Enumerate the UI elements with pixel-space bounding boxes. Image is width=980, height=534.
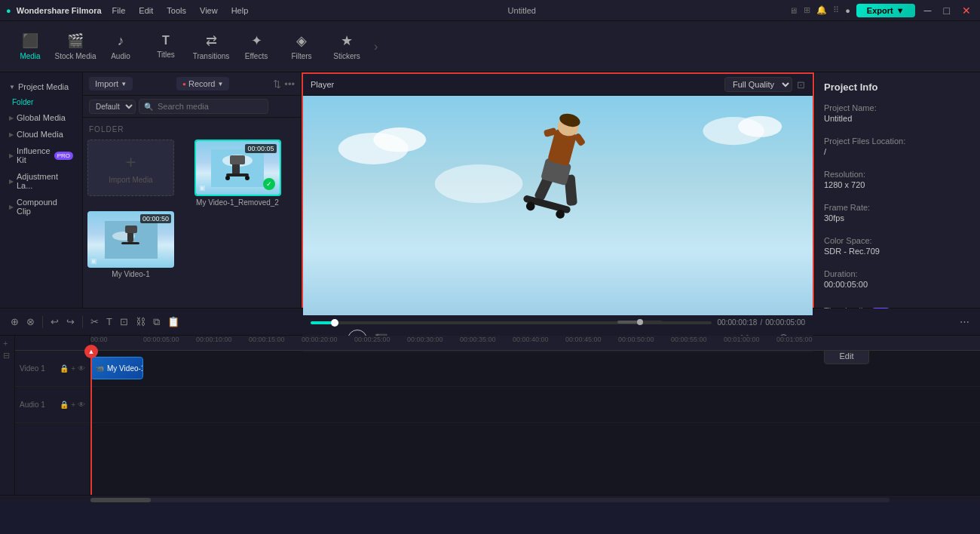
ruler-tick-13: 00:01:05:00 — [776, 336, 813, 343]
sidebar-item-compound-clip[interactable]: ▶ Compound Clip — [3, 195, 79, 219]
icon-bell: 🔔 — [816, 5, 827, 15]
sidebar-label-cloud-media: Cloud Media — [17, 130, 63, 139]
add-audio-track-icon[interactable]: + — [71, 400, 75, 409]
media-thumb-video2[interactable]: 00:00:05 ✓ ▣ — [194, 140, 281, 196]
tool-titles[interactable]: T Titles — [145, 26, 187, 68]
effects-icon: ✦ — [251, 32, 262, 49]
ruler-tick-0: 00:00 — [90, 336, 108, 343]
audio-track-label: Audio 1 🔒 + 👁 — [15, 387, 90, 423]
menu-tools[interactable]: Tools — [161, 5, 192, 17]
quality-select[interactable]: Full Quality — [724, 77, 792, 92]
timeline-area: ⊕ ⊗ ↩ ↪ ✂ T ⊡ ⛓ ⧉ 📋 ● ⊙ ◫ 🎵 ⏱ ⊞ ❄ ⊕ − — [0, 308, 980, 504]
search-icon: 🔍 — [144, 103, 153, 111]
video1-small-icon: ▣ — [90, 257, 97, 265]
svg-rect-4 — [226, 173, 249, 176]
progress-thumb[interactable] — [331, 319, 338, 327]
titlebar: ● Wondershare Filmora File Edit Tools Vi… — [0, 0, 980, 21]
record-button[interactable]: ● Record ▼ — [176, 77, 229, 91]
sidebar-sub-folder[interactable]: Folder — [0, 95, 82, 109]
tool-media[interactable]: ⬛ Media — [9, 26, 51, 68]
clip-icon: 📹 — [96, 364, 104, 372]
tool-audio[interactable]: ♪ Audio — [100, 26, 142, 68]
more-options-icon[interactable]: ••• — [284, 78, 295, 90]
add-track-icon[interactable]: + — [2, 337, 13, 349]
info-row-colorspace: Color Space: SDR - Rec.709 — [824, 236, 971, 256]
sidebar-item-influence-kit[interactable]: ▶ Influence Kit PRO — [3, 143, 79, 167]
titles-icon: T — [162, 34, 170, 48]
video-clip[interactable]: 📹 My Video-1... — [90, 357, 143, 379]
tool-filters[interactable]: ◈ Filters — [280, 26, 323, 68]
media-icon: ⬛ — [22, 32, 38, 49]
timeline-content: + ⊟ 00:00 00:00:05:00 00:00:10:00 00:00:… — [0, 336, 980, 495]
filters-label: Filters — [291, 52, 311, 60]
ruler-tick-7: 00:00:35:00 — [460, 336, 496, 343]
timeline-magnet-icon[interactable]: ⊗ — [23, 314, 38, 330]
ruler-tick-1: 00:00:05:00 — [143, 336, 179, 343]
crop-button[interactable]: ⊡ — [117, 314, 131, 330]
sidebar-chevron-adjustment: ▶ — [9, 178, 14, 185]
eye-icon-audio[interactable]: 👁 — [78, 400, 85, 409]
expand-icon[interactable]: ⊡ — [797, 79, 805, 91]
settings-timeline-icon[interactable]: ⋯ — [957, 314, 972, 330]
link-button[interactable]: ⛓ — [133, 314, 149, 330]
menu-edit[interactable]: Edit — [133, 5, 159, 17]
tool-transitions[interactable]: ⇄ Transitions — [190, 26, 232, 68]
import-button[interactable]: Import ▼ — [89, 77, 133, 91]
colorspace-value: SDR - Rec.709 — [824, 247, 971, 256]
record-dropdown-icon: ▼ — [217, 81, 223, 87]
export-label: Export — [867, 6, 893, 15]
toolbar-more-arrow[interactable]: › — [371, 40, 381, 54]
menu-help[interactable]: Help — [225, 5, 255, 17]
window-title: Untitled — [508, 6, 536, 15]
tool-effects[interactable]: ✦ Effects — [235, 26, 277, 68]
maximize-button[interactable]: □ — [941, 5, 953, 17]
sort-icon[interactable]: ⇅ — [273, 78, 281, 90]
stock-media-icon: 🎬 — [67, 32, 84, 49]
redo-button[interactable]: ↪ — [63, 314, 78, 330]
info-row-location: Project Files Location: / — [824, 137, 971, 156]
playhead-marker: ▲ — [84, 345, 98, 358]
sidebar-item-adjustment-layer[interactable]: ▶ Adjustment La... — [3, 169, 79, 193]
sidebar-item-cloud-media[interactable]: ▶ Cloud Media — [3, 127, 79, 142]
tool-stock-media[interactable]: 🎬 Stock Media — [54, 26, 96, 68]
scrollbar-thumb — [90, 498, 151, 502]
timeline-left-tools: + ⊟ — [0, 336, 15, 495]
undo-button[interactable]: ↩ — [47, 314, 62, 330]
menu-view[interactable]: View — [194, 5, 224, 17]
filter-select[interactable]: Default — [89, 100, 136, 114]
user-avatar[interactable]: ● — [845, 6, 850, 15]
sidebar-item-project-media[interactable]: ▼ Project Media — [3, 79, 79, 94]
timeline-add-track-icon[interactable]: ⊕ — [8, 314, 22, 330]
lock-icon-video[interactable]: 🔒 — [60, 364, 69, 373]
sidebar-chevron-global: ▶ — [9, 115, 14, 121]
copy-button[interactable]: ⧉ — [150, 314, 163, 330]
preview-tab[interactable]: Player — [311, 80, 334, 89]
tracks-canvas: ▲ 📹 My Video-1... — [90, 351, 980, 495]
transitions-label: Transitions — [193, 52, 230, 60]
tool-stickers[interactable]: ★ Stickers — [326, 26, 368, 68]
cut-button[interactable]: ✂ — [87, 314, 102, 330]
menu-file[interactable]: File — [106, 5, 132, 17]
horizontal-scrollbar[interactable] — [90, 498, 890, 502]
collapse-icon[interactable]: ⊟ — [2, 349, 13, 362]
zoom-slider[interactable] — [617, 321, 663, 324]
ruler-tick-5: 00:00:25:00 — [354, 336, 390, 343]
close-button[interactable]: ✕ — [959, 5, 974, 17]
playhead[interactable]: ▲ — [90, 351, 92, 495]
paste-button[interactable]: 📋 — [164, 314, 182, 330]
media-search-input[interactable] — [139, 99, 268, 114]
sidebar: ▼ Project Media Folder ▶ Global Media ▶ … — [0, 72, 83, 308]
add-media-track-icon[interactable]: + — [71, 364, 75, 373]
video2-small-icon: ▣ — [199, 184, 206, 192]
text-tool-button[interactable]: T — [103, 314, 115, 330]
sidebar-item-global-media[interactable]: ▶ Global Media — [3, 110, 79, 125]
export-button[interactable]: Export ▼ — [856, 4, 915, 17]
ruler-tick-2: 00:00:10:00 — [196, 336, 232, 343]
lock-icon-audio[interactable]: 🔒 — [60, 400, 69, 409]
clip-label: My Video-1... — [107, 364, 143, 373]
minimize-button[interactable]: ─ — [921, 5, 935, 17]
project-name-value: Untitled — [824, 114, 971, 123]
eye-icon-video[interactable]: 👁 — [78, 364, 85, 373]
media-thumb-video1[interactable]: 00:00:50 ▣ — [87, 211, 174, 268]
import-media-button[interactable]: + Import Media — [87, 140, 174, 196]
